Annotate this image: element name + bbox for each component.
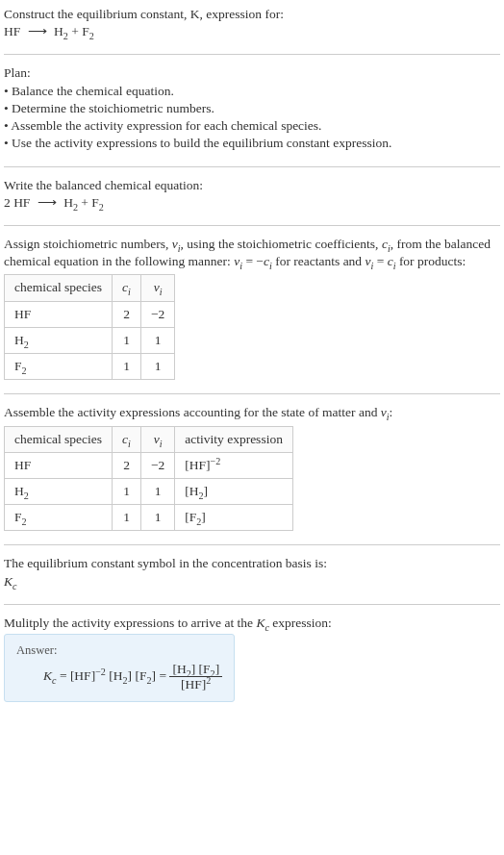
balanced-block: Write the balanced chemical equation: 2 … — [4, 177, 500, 212]
document-root: Construct the equilibrium constant, K, e… — [0, 0, 504, 712]
answer-lhs: Kc = [HF]−2 [H2] [F2] = — [43, 668, 169, 683]
fraction-numerator: [H2] [F2] — [169, 663, 222, 677]
cell-activity: [F2] — [175, 505, 293, 531]
table-row: H2 1 1 [H2] — [5, 478, 293, 504]
table-row: HF 2 −2 — [5, 301, 175, 327]
cell-activity: [HF]−2 — [175, 452, 293, 478]
cell-vi: 1 — [140, 354, 174, 380]
stoich-intro: Assign stoichiometric numbers, νi, using… — [4, 236, 500, 270]
answer-formula: Kc = [HF]−2 [H2] [F2] = [H2] [F2] [HF]2 — [16, 663, 222, 692]
kc-basis-block: The equilibrium constant symbol in the c… — [4, 555, 500, 590]
answer-label: Answer: — [16, 642, 222, 659]
table-row: F2 1 1 [F2] — [5, 505, 293, 531]
col-ci: ci — [113, 426, 141, 452]
cell-species: HF — [5, 452, 113, 478]
cell-species: F2 — [5, 354, 113, 380]
table-row: F2 1 1 — [5, 354, 175, 380]
kc-basis-intro: The equilibrium constant symbol in the c… — [4, 555, 500, 572]
plan-item: • Balance the chemical equation. — [4, 83, 500, 100]
header-equation: HF ⟶ H2 + F2 — [4, 23, 500, 40]
cell-vi: 1 — [140, 478, 174, 504]
col-species: chemical species — [5, 275, 113, 301]
plan-title: Plan: — [4, 64, 500, 82]
cell-ci: 2 — [113, 452, 141, 478]
col-ci: ci — [113, 275, 141, 301]
separator — [4, 54, 500, 55]
col-species: chemical species — [5, 426, 113, 452]
kc-symbol: Kc — [4, 573, 500, 591]
header-prompt: Construct the equilibrium constant, K, e… — [4, 6, 500, 23]
cell-ci: 2 — [113, 301, 141, 327]
cell-ci: 1 — [113, 354, 141, 380]
plan-item: • Determine the stoichiometric numbers. — [4, 100, 500, 117]
activity-block: Assemble the activity expressions accoun… — [4, 404, 500, 531]
col-vi: νi — [140, 275, 174, 301]
activity-table: chemical species ci νi activity expressi… — [4, 426, 293, 532]
answer-fraction: [H2] [F2] [HF]2 — [169, 663, 222, 692]
cell-activity: [H2] — [175, 478, 293, 504]
header-block: Construct the equilibrium constant, K, e… — [4, 6, 500, 40]
plan-block: Plan: • Balance the chemical equation. •… — [4, 64, 500, 152]
table-row: H2 1 1 — [5, 327, 175, 353]
cell-species: H2 — [5, 478, 113, 504]
table-header-row: chemical species ci νi activity expressi… — [5, 426, 293, 452]
cell-vi: −2 — [140, 452, 174, 478]
cell-species: HF — [5, 301, 113, 327]
fraction-denominator: [HF]2 — [169, 676, 222, 692]
separator — [4, 393, 500, 394]
cell-vi: 1 — [140, 327, 174, 353]
separator — [4, 604, 500, 605]
stoich-table: chemical species ci νi HF 2 −2 H2 1 1 F2… — [4, 274, 175, 380]
cell-ci: 1 — [113, 327, 141, 353]
cell-ci: 1 — [113, 478, 141, 504]
balanced-intro: Write the balanced chemical equation: — [4, 177, 500, 194]
cell-species: H2 — [5, 327, 113, 353]
table-row: HF 2 −2 [HF]−2 — [5, 452, 293, 478]
separator — [4, 544, 500, 545]
cell-vi: −2 — [140, 301, 174, 327]
plan-item: • Use the activity expressions to build … — [4, 135, 500, 152]
col-activity: activity expression — [175, 426, 293, 452]
cell-ci: 1 — [113, 505, 141, 531]
stoich-block: Assign stoichiometric numbers, νi, using… — [4, 236, 500, 380]
activity-intro: Assemble the activity expressions accoun… — [4, 404, 500, 421]
col-vi: νi — [140, 426, 174, 452]
separator — [4, 225, 500, 226]
balanced-equation: 2 HF ⟶ H2 + F2 — [4, 194, 500, 212]
cell-vi: 1 — [140, 505, 174, 531]
table-header-row: chemical species ci νi — [5, 275, 175, 301]
multiply-intro: Mulitply the activity expressions to arr… — [4, 615, 500, 632]
separator — [4, 166, 500, 167]
cell-species: F2 — [5, 505, 113, 531]
answer-box: Answer: Kc = [HF]−2 [H2] [F2] = [H2] [F2… — [4, 634, 235, 702]
plan-item: • Assemble the activity expression for e… — [4, 117, 500, 135]
